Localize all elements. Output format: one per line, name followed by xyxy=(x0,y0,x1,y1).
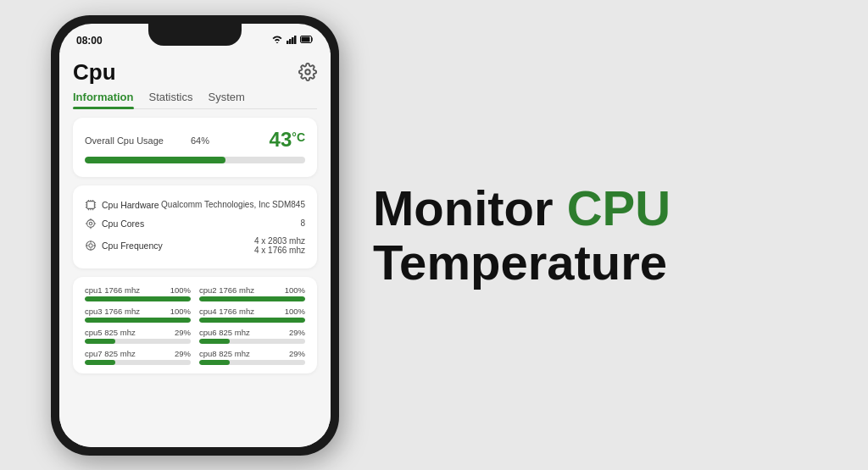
svg-rect-5 xyxy=(302,37,310,42)
core-percent: 29% xyxy=(175,328,191,337)
core-bar-fill xyxy=(85,339,115,344)
scene: 08:00 xyxy=(0,0,868,470)
cpu-hardware-value: Qualcomm Technologies, Inc SDM845 xyxy=(161,200,305,209)
core-percent: 100% xyxy=(170,285,191,295)
usage-percent-label xyxy=(167,135,191,146)
core-percent: 100% xyxy=(170,307,191,316)
battery-icon xyxy=(300,36,314,45)
core-item: cpu7 825 mhz29% xyxy=(85,349,191,365)
cpu-cores-row: Cpu Cores 8 xyxy=(85,214,305,233)
cpu-hardware-icon xyxy=(85,199,97,211)
core-bar-bg xyxy=(85,296,191,301)
core-item: cpu6 825 mhz29% xyxy=(199,328,305,344)
core-bar-bg xyxy=(199,296,305,301)
core-label: cpu7 825 mhz xyxy=(85,349,136,358)
core-percent: 100% xyxy=(285,285,305,295)
app-header: Cpu xyxy=(73,53,317,91)
cpu-freq-value: 4 x 2803 mhz 4 x 1766 mhz xyxy=(254,236,305,255)
cpu-hardware-label: Cpu Hardware xyxy=(102,200,159,210)
core-item: cpu5 825 mhz29% xyxy=(85,328,191,344)
core-info: cpu6 825 mhz29% xyxy=(199,328,305,337)
signal-icon xyxy=(287,36,297,46)
cpu-temperature: 43 xyxy=(270,128,292,151)
core-info: cpu8 825 mhz29% xyxy=(199,349,305,358)
core-label: cpu4 1766 mhz xyxy=(199,307,254,316)
core-info: cpu1 1766 mhz100% xyxy=(85,285,191,295)
status-icons xyxy=(271,35,314,46)
phone-inner: 08:00 xyxy=(59,24,331,447)
usage-percent: 64% xyxy=(191,135,209,146)
svg-rect-7 xyxy=(87,201,95,208)
phone-mockup: 08:00 xyxy=(51,15,339,456)
core-percent: 29% xyxy=(289,328,305,337)
cpu-cores-label: Cpu Cores xyxy=(102,218,144,229)
core-percent: 100% xyxy=(285,307,305,316)
tab-information[interactable]: Information xyxy=(73,91,134,108)
temp-unit: °C xyxy=(292,130,305,143)
core-item: cpu1 1766 mhz100% xyxy=(85,285,191,301)
core-bar-fill xyxy=(85,318,191,323)
core-bar-fill xyxy=(199,318,305,323)
core-bar-fill xyxy=(199,296,305,301)
core-info: cpu7 825 mhz29% xyxy=(85,349,191,358)
core-label: cpu6 825 mhz xyxy=(199,328,250,337)
status-time: 08:00 xyxy=(76,35,103,47)
core-info: cpu3 1766 mhz100% xyxy=(85,307,191,316)
phone-outer: 08:00 xyxy=(51,15,339,456)
cpu-cores-grid: cpu1 1766 mhz100%cpu2 1766 mhz100%cpu3 1… xyxy=(73,277,317,373)
core-item: cpu8 825 mhz29% xyxy=(199,349,305,365)
core-bar-bg xyxy=(85,360,191,365)
core-label: cpu2 1766 mhz xyxy=(199,285,254,295)
cpu-cores-value: 8 xyxy=(300,218,305,228)
core-label: cpu1 1766 mhz xyxy=(85,285,140,295)
svg-point-11 xyxy=(89,243,92,246)
core-item: cpu2 1766 mhz100% xyxy=(199,285,305,301)
tab-statistics[interactable]: Statistics xyxy=(149,91,193,108)
settings-icon[interactable] xyxy=(298,63,317,81)
cpu-usage-card: Overall Cpu Usage 64% 43°C xyxy=(73,118,317,177)
svg-rect-1 xyxy=(289,39,292,44)
core-bar-bg xyxy=(199,360,305,365)
usage-label: Overall Cpu Usage xyxy=(85,135,164,146)
core-label: cpu8 825 mhz xyxy=(199,349,250,358)
core-label: cpu5 825 mhz xyxy=(85,328,136,337)
core-bar-fill xyxy=(85,360,115,365)
tagline: Monitor CPU Temperature xyxy=(339,181,817,290)
core-label: cpu3 1766 mhz xyxy=(85,307,140,316)
app-content: Cpu Information Statistics System xyxy=(59,53,331,447)
notch xyxy=(148,24,242,46)
tagline-line1: Monitor CPU xyxy=(373,181,670,235)
app-title: Cpu xyxy=(73,59,116,86)
tagline-cpu: CPU xyxy=(567,180,670,235)
cpu-info-card: Cpu Hardware Qualcomm Technologies, Inc … xyxy=(73,185,317,268)
core-bar-fill xyxy=(199,360,230,365)
svg-rect-2 xyxy=(292,37,294,44)
core-percent: 29% xyxy=(175,349,191,358)
cpu-freq-icon xyxy=(85,240,97,252)
tagline-line2: Temperature xyxy=(373,235,670,290)
overall-progress-bg xyxy=(85,157,305,163)
core-bar-bg xyxy=(85,339,191,344)
wifi-icon xyxy=(271,35,283,46)
tab-system[interactable]: System xyxy=(209,91,245,108)
svg-rect-3 xyxy=(294,36,297,44)
core-info: cpu4 1766 mhz100% xyxy=(199,307,305,316)
core-info: cpu5 825 mhz29% xyxy=(85,328,191,337)
tagline-text: Monitor CPU Temperature xyxy=(373,181,670,290)
usage-header: Overall Cpu Usage 64% 43°C xyxy=(85,128,305,152)
cpu-freq-row: Cpu Frequency 4 x 2803 mhz 4 x 1766 mhz xyxy=(85,233,305,258)
core-bar-bg xyxy=(199,339,305,344)
core-info: cpu2 1766 mhz100% xyxy=(199,285,305,295)
tabs: Information Statistics System xyxy=(73,91,317,109)
svg-point-6 xyxy=(305,69,310,75)
core-percent: 29% xyxy=(289,349,305,358)
svg-rect-0 xyxy=(287,41,289,44)
cpu-cores-icon xyxy=(85,218,97,229)
core-bar-bg xyxy=(85,318,191,323)
core-item: cpu4 1766 mhz100% xyxy=(199,307,305,323)
overall-progress-fill xyxy=(85,157,225,163)
core-bar-fill xyxy=(85,296,191,301)
core-item: cpu3 1766 mhz100% xyxy=(85,307,191,323)
core-bar-fill xyxy=(199,339,230,344)
core-bar-bg xyxy=(199,318,305,323)
